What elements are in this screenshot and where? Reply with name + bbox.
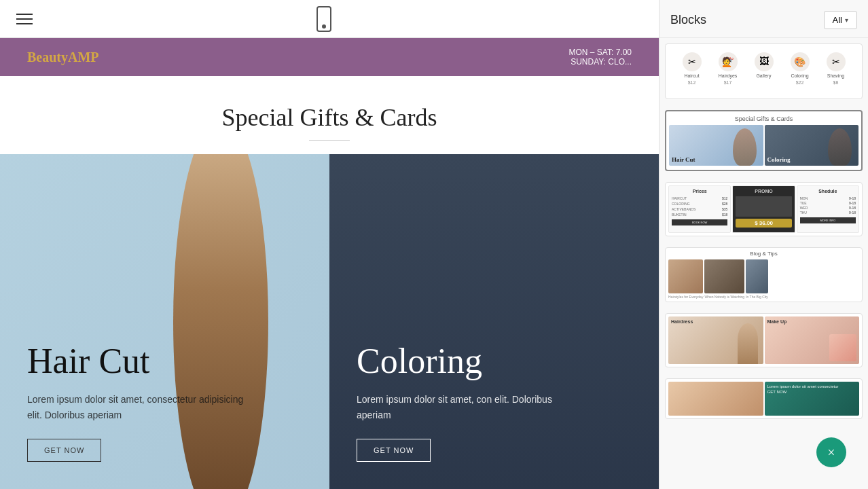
hairdress-panel: Hairdress [668, 316, 763, 364]
block-card-blog-tips[interactable]: Blog & Tips Hairstyles for Everyday When… [665, 247, 863, 302]
site-header: BeautyAMP MON – SAT: 7.00 SUNDAY: CLO... [0, 38, 659, 76]
blocks-sidebar: Blocks All ▾ ✂ Haircut $12 💇 Hairdyes $1… [659, 0, 868, 489]
bottom-img-2: Lorem ipsum dolor sit amet consectetur G… [765, 382, 860, 416]
prices-card: Prices HAIRCUT$12 COLORING$28 ACTIVEBAND… [668, 185, 731, 233]
site-hours: MON – SAT: 7.00 SUNDAY: CLO... [569, 48, 632, 67]
makeup-panel: Make Up [765, 316, 860, 364]
block-card-special-gifts[interactable]: Special Gifts & Cards Hair Cut Coloring [665, 110, 863, 171]
section-title-area: Special Gifts & Cards [0, 76, 659, 154]
schedule-card: Shedule MON9-18 TUE9-18 WED9-18 THU9-18 … [797, 185, 859, 233]
service-coloring: 🎨 Coloring $22 [791, 52, 810, 85]
service-haircut: ✂ Haircut $12 [683, 52, 702, 85]
triple-cards: Prices HAIRCUT$12 COLORING$28 ACTIVEBAND… [666, 183, 862, 236]
hamburger-icon[interactable] [16, 14, 33, 24]
service-gallery: 🖼 Gallery [755, 52, 774, 85]
haircut-icon: ✂ [683, 52, 702, 71]
close-icon: × [827, 445, 835, 460]
promo-badge: $ 36.00 [736, 219, 791, 228]
panel-left-title: Hair Cut [27, 341, 245, 381]
panel-right-content: Coloring Lorem ipsum dolor sit amet, con… [357, 341, 574, 462]
panel-right-title: Coloring [357, 341, 574, 381]
sidebar-header: Blocks All ▾ [659, 0, 868, 38]
site-logo: BeautyAMP [27, 50, 99, 65]
promo-card: PROMO $ 36.00 [732, 185, 795, 233]
panel-right: Coloring Lorem ipsum dolor sit amet, con… [329, 154, 659, 489]
page-content: Special Gifts & Cards Hair Cut Lorem ips… [0, 76, 659, 489]
special-gifts-images: Hair Cut Coloring [666, 125, 861, 170]
blog-post-1: Hairstyles for Everyday [668, 259, 703, 299]
block-card-hairdress-makeup[interactable]: Hairdress Make Up [665, 313, 863, 367]
service-shaving: ✂ Shaving $8 [827, 52, 846, 85]
block-card-prices-promo[interactable]: Prices HAIRCUT$12 COLORING$28 ACTIVEBAND… [665, 182, 863, 236]
services-row: ✂ Haircut $12 💇 Hairdyes $17 🖼 Gallery 🎨… [674, 52, 854, 85]
bottom-img-1 [668, 382, 763, 416]
toolbar [0, 0, 659, 38]
sidebar-title: Blocks [670, 13, 706, 27]
panel-left-content: Hair Cut Lorem ipsum dolor sit amet, con… [27, 341, 245, 462]
all-filter-button[interactable]: All ▾ [824, 11, 857, 29]
blog-post-3: In The Big City [746, 259, 768, 299]
shaving-icon: ✂ [827, 52, 846, 71]
panel-left-text: Lorem ipsum dolor sit amet, consectetur … [27, 392, 245, 422]
mobile-preview-icon[interactable] [317, 6, 331, 32]
coloring-icon: 🎨 [791, 52, 810, 71]
gallery-icon: 🖼 [755, 52, 774, 71]
block-card-bottom[interactable]: Lorem ipsum dolor sit amet consectetur G… [665, 378, 863, 419]
panel-section: Hair Cut Lorem ipsum dolor sit amet, con… [0, 154, 659, 489]
gift-img-coloring: Coloring [765, 125, 859, 166]
blog-images: Hairstyles for Everyday When Nobody is W… [668, 259, 859, 299]
service-hairdyes: 💇 Hairdyes $17 [719, 52, 738, 85]
close-button[interactable]: × [816, 437, 846, 467]
blog-post-2: When Nobody is Watching [704, 259, 744, 299]
promo-image [736, 196, 791, 217]
blog-img-3 [746, 259, 768, 293]
chevron-down-icon: ▾ [845, 16, 848, 24]
hairdyes-icon: 💇 [719, 52, 738, 71]
section-title: Special Gifts & Cards [14, 103, 645, 132]
gift-img-haircut: Hair Cut [669, 125, 763, 166]
blog-img-2 [704, 259, 744, 293]
panel-right-text: Lorem ipsum dolor sit amet, con elit. Do… [357, 392, 574, 422]
blog-img-1 [668, 259, 703, 293]
panel-left-cta-button[interactable]: GET NOW [27, 439, 101, 462]
section-divider [309, 140, 350, 141]
panel-right-cta-button[interactable]: GET NOW [357, 439, 431, 462]
block-card-services-icons[interactable]: ✂ Haircut $12 💇 Hairdyes $17 🖼 Gallery 🎨… [665, 43, 863, 99]
panel-left: Hair Cut Lorem ipsum dolor sit amet, con… [0, 154, 329, 489]
special-gifts-title: Special Gifts & Cards [666, 111, 861, 125]
services2-layout: Hairdress Make Up [666, 314, 862, 367]
blog-tips-title: Blog & Tips [668, 251, 859, 257]
bottom-card-layout: Lorem ipsum dolor sit amet consectetur G… [666, 379, 862, 418]
